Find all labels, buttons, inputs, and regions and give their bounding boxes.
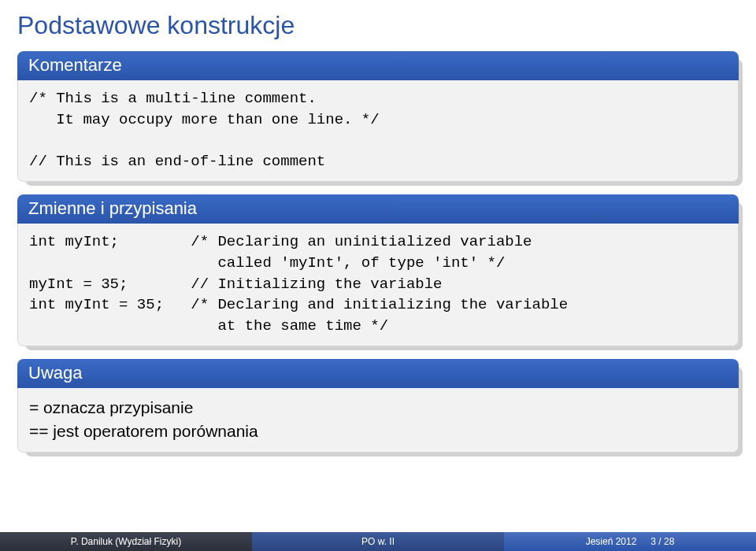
footer: P. Daniluk (Wydział Fizyki) PO w. II Jes…	[0, 532, 756, 551]
footer-term: Jesień 2012	[586, 536, 637, 547]
footer-page: 3 / 28	[650, 536, 674, 547]
block-body-comments: /* This is a multi-line comment. It may …	[17, 80, 739, 182]
note-line-1: = oznacza przypisanie	[29, 396, 727, 419]
footer-author: P. Daniluk (Wydział Fizyki)	[0, 532, 252, 551]
slide: Podstawowe konstrukcje Komentarze /* Thi…	[0, 0, 756, 453]
footer-title: PO w. II	[252, 532, 504, 551]
block-note: Uwaga = oznacza przypisanie == jest oper…	[17, 359, 739, 453]
page-title: Podstawowe konstrukcje	[17, 11, 739, 40]
block-header-comments: Komentarze	[17, 51, 739, 80]
footer-right: Jesień 2012 3 / 28	[504, 532, 756, 551]
block-variables: Zmienne i przypisania int myInt; /* Decl…	[17, 194, 739, 346]
block-header-note: Uwaga	[17, 359, 739, 388]
block-comments: Komentarze /* This is a multi-line comme…	[17, 51, 739, 182]
block-header-variables: Zmienne i przypisania	[17, 194, 739, 224]
block-body-note: = oznacza przypisanie == jest operatorem…	[17, 388, 739, 453]
note-line-2: == jest operatorem porównania	[29, 420, 727, 442]
block-body-variables: int myInt; /* Declaring an uninitialized…	[17, 224, 739, 346]
